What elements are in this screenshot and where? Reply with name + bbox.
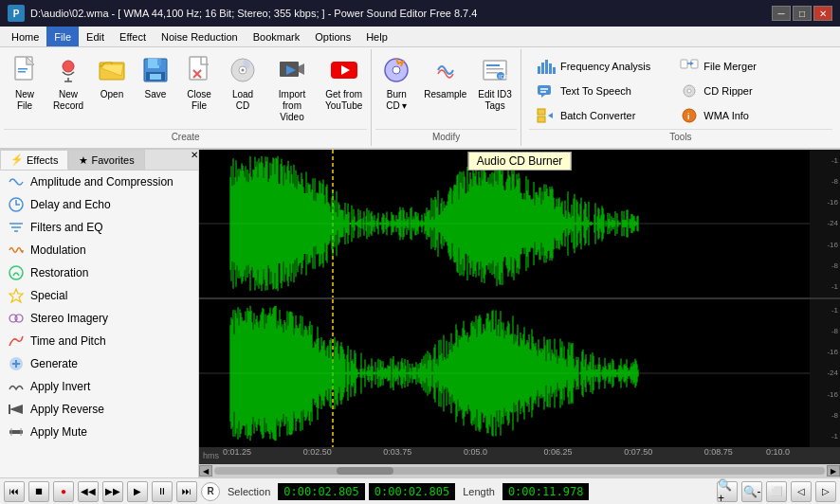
nav-right-btn[interactable]: ▷ xyxy=(815,481,836,502)
record-indicator[interactable]: R xyxy=(201,482,220,501)
import-video-label: Importfrom Video xyxy=(270,89,314,123)
close-file-button[interactable]: CloseFile xyxy=(178,51,220,123)
save-label: Save xyxy=(145,89,167,100)
effect-filters[interactable]: Filters and EQ xyxy=(0,216,198,239)
transport-rewind[interactable]: ◀◀ xyxy=(78,481,99,502)
svg-rect-10 xyxy=(157,59,161,65)
menu-bookmark[interactable]: Bookmark xyxy=(246,27,308,46)
reverse-label: Apply Reverse xyxy=(30,403,104,416)
menu-effect[interactable]: Effect xyxy=(112,27,154,46)
wma-info-button[interactable]: i WMA Info xyxy=(672,104,763,127)
scroll-track[interactable] xyxy=(214,467,825,475)
maximize-button[interactable]: □ xyxy=(793,6,812,21)
effect-invert[interactable]: Apply Invert xyxy=(0,375,198,398)
effect-stereo[interactable]: Stereo Imagery xyxy=(0,307,198,330)
waveform-channel-top[interactable]: -1 -8 -16 -24 -16 -8 -1 xyxy=(199,150,840,299)
tab-effects[interactable]: ⚡ Effects xyxy=(0,150,68,170)
text-to-speech-button[interactable]: Text To Speech xyxy=(529,80,657,102)
resample-button[interactable]: Resample xyxy=(419,51,471,123)
effect-special[interactable]: Special xyxy=(0,284,198,307)
svg-point-4 xyxy=(63,61,74,72)
minimize-button[interactable]: ─ xyxy=(772,6,791,21)
menu-options[interactable]: Options xyxy=(307,27,358,46)
menu-edit[interactable]: Edit xyxy=(79,27,112,46)
save-button[interactable]: Save xyxy=(135,51,176,123)
load-cd-button[interactable]: LoadCD xyxy=(222,51,264,123)
svg-rect-34 xyxy=(541,63,544,74)
file-merger-button[interactable]: File Merger xyxy=(672,55,763,78)
amplitude-icon xyxy=(8,173,25,190)
import-video-button[interactable]: Importfrom Video xyxy=(265,51,319,123)
load-cd-label: LoadCD xyxy=(232,89,253,112)
svg-rect-44 xyxy=(681,60,687,68)
get-youtube-button[interactable]: Get fromYouTube xyxy=(320,51,367,123)
new-file-icon xyxy=(9,55,40,85)
transport-fastfwd[interactable]: ▶▶ xyxy=(102,481,123,502)
db-label: -8 xyxy=(810,177,840,186)
db-label: -16 xyxy=(810,241,840,249)
svg-marker-43 xyxy=(548,113,553,118)
close-file-icon xyxy=(184,55,214,85)
new-file-button[interactable]: NewFile xyxy=(4,51,46,123)
stereo-label: Stereo Imagery xyxy=(30,312,108,325)
scrollbar[interactable]: ◀ ▶ xyxy=(199,464,840,477)
effect-reverse[interactable]: Apply Reverse xyxy=(0,398,198,421)
zoom-in-btn[interactable]: 🔍+ xyxy=(717,481,738,502)
resample-icon xyxy=(430,55,461,85)
frequency-analysis-button[interactable]: Frequency Analysis xyxy=(529,55,657,78)
svg-rect-42 xyxy=(538,117,545,122)
effect-mute[interactable]: Apply Mute xyxy=(0,421,198,443)
zoom-out-btn[interactable]: 🔍- xyxy=(741,481,762,502)
svg-rect-30 xyxy=(486,72,498,74)
new-record-button[interactable]: NewRecord xyxy=(47,51,89,123)
db-label: -16 xyxy=(810,198,840,207)
mute-label: Apply Mute xyxy=(30,425,87,439)
transport-begin[interactable]: ⏮ xyxy=(4,481,25,502)
burn-cd-button[interactable]: BurnCD ▾ xyxy=(375,51,417,123)
timeline-label: 0:05.0 xyxy=(464,447,487,457)
transport-pause[interactable]: ⏸ xyxy=(152,481,173,502)
effect-generate[interactable]: Generate xyxy=(0,352,198,375)
cd-ripper-label: CD Ripper xyxy=(703,85,752,97)
menu-noise-reduction[interactable]: Noise Reduction xyxy=(154,27,246,46)
menu-help[interactable]: Help xyxy=(358,27,395,46)
batch-converter-button[interactable]: Batch Converter xyxy=(529,104,657,127)
frequency-analysis-label: Frequency Analysis xyxy=(560,61,650,72)
svg-rect-33 xyxy=(538,66,540,74)
frequency-analysis-icon xyxy=(536,58,557,75)
menu-file[interactable]: File xyxy=(46,27,79,46)
transport-stop[interactable]: ⏹ xyxy=(28,481,49,502)
create-group-label: Create xyxy=(4,129,367,144)
cd-ripper-button[interactable]: CD Ripper xyxy=(672,80,763,102)
text-to-speech-icon xyxy=(536,82,557,99)
transport-play[interactable]: ▶ xyxy=(127,481,148,502)
zoom-fit-btn[interactable]: ⬜ xyxy=(766,481,787,502)
open-label: Open xyxy=(100,89,123,100)
effect-amplitude[interactable]: Amplitude and Compression xyxy=(0,171,198,193)
effect-modulation[interactable]: Modulation xyxy=(0,239,198,261)
close-button[interactable]: ✕ xyxy=(813,6,832,21)
mute-icon xyxy=(8,423,25,441)
ribbon: NewFile NewRecord Open Save xyxy=(0,47,840,150)
effect-restoration[interactable]: Restoration xyxy=(0,261,198,284)
transport-record[interactable]: ● xyxy=(53,481,74,502)
db-label: -16 xyxy=(810,390,840,399)
svg-rect-29 xyxy=(486,68,503,70)
ribbon-create-items: NewFile NewRecord Open Save xyxy=(4,51,367,129)
special-icon xyxy=(8,287,25,304)
open-button[interactable]: Open xyxy=(91,51,133,123)
edit-id3-button[interactable]: ID3 Edit ID3Tags xyxy=(473,51,517,123)
panel-close-button[interactable]: ✕ xyxy=(191,150,198,170)
waveform-channel-bottom[interactable]: -1 -8 -16 -24 -16 -8 -1 xyxy=(199,299,840,447)
scroll-left-btn[interactable]: ◀ xyxy=(199,465,212,477)
transport-end[interactable]: ⏭ xyxy=(176,481,197,502)
scroll-thumb[interactable] xyxy=(337,467,393,475)
effect-delay[interactable]: Delay and Echo xyxy=(0,193,198,216)
db-label: -8 xyxy=(810,261,840,270)
effect-time-pitch[interactable]: Time and Pitch xyxy=(0,330,198,352)
statusbar: ⏮ ⏹ ● ◀◀ ▶▶ ▶ ⏸ ⏭ R Selection 0:00:02.80… xyxy=(0,477,840,504)
scroll-right-btn[interactable]: ▶ xyxy=(827,465,840,477)
nav-left-btn[interactable]: ◁ xyxy=(791,481,812,502)
tab-favorites[interactable]: ★ Favorites xyxy=(68,150,144,170)
menu-home[interactable]: Home xyxy=(4,27,46,46)
